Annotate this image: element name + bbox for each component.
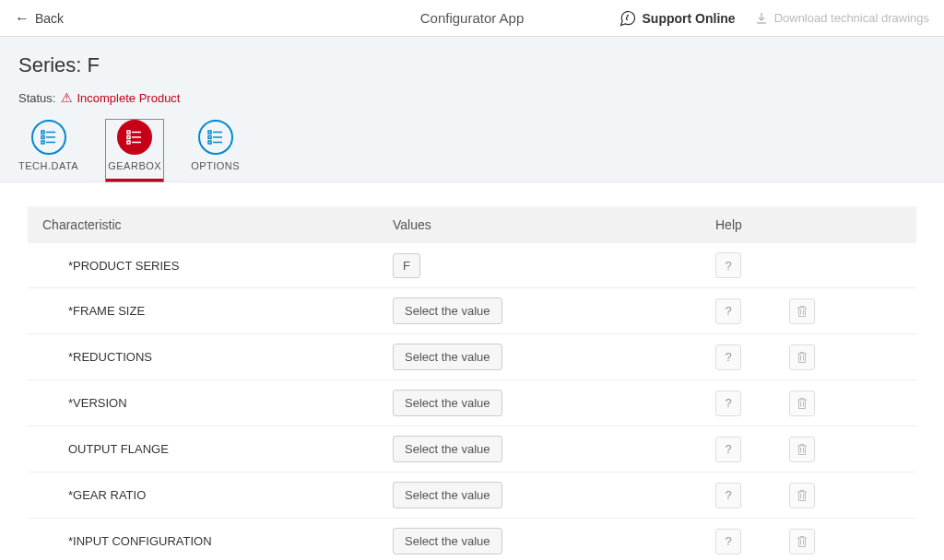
download-icon — [754, 11, 769, 26]
tab-options-label: OPTIONS — [191, 160, 240, 171]
svg-rect-9 — [127, 136, 130, 139]
status-text: Incomplete Product — [77, 91, 180, 105]
svg-rect-15 — [208, 136, 211, 139]
warning-icon: ⚠ — [61, 90, 73, 105]
list-icon — [207, 129, 224, 146]
svg-rect-7 — [127, 131, 130, 134]
trash-icon — [796, 443, 808, 456]
value-select-button[interactable]: F — [393, 253, 420, 278]
col-header-characteristic: Characteristic — [42, 217, 393, 232]
tab-options[interactable]: OPTIONS — [191, 120, 240, 181]
value-select-button[interactable]: Select the value — [393, 344, 502, 370]
table-row: *REDUCTIONSSelect the value? — [28, 334, 916, 380]
trash-icon — [796, 305, 808, 318]
value-select-button[interactable]: Select the value — [393, 436, 502, 462]
download-button[interactable]: Download technical drawings — [754, 11, 929, 26]
back-label: Back — [35, 11, 64, 26]
value-select-button[interactable]: Select the value — [393, 528, 502, 554]
support-icon — [619, 9, 637, 28]
table-row: *FRAME SIZESelect the value? — [28, 288, 916, 334]
svg-rect-1 — [41, 131, 44, 134]
characteristic-name: *INPUT CONFIGURATION — [42, 534, 393, 548]
help-button[interactable]: ? — [715, 298, 741, 324]
help-button[interactable]: ? — [715, 529, 741, 554]
svg-rect-3 — [41, 136, 44, 139]
delete-button[interactable] — [789, 483, 815, 508]
tab-gearbox[interactable]: GEARBOX — [106, 120, 163, 181]
tab-techdata-label: TECH.DATA — [18, 160, 78, 171]
list-icon — [126, 129, 143, 146]
svg-rect-17 — [208, 141, 211, 144]
delete-button[interactable] — [789, 437, 815, 462]
help-button[interactable]: ? — [715, 483, 741, 508]
characteristic-name: *FRAME SIZE — [42, 304, 393, 318]
characteristic-name: OUTPUT FLANGE — [42, 442, 393, 456]
svg-rect-13 — [208, 131, 211, 134]
table-row: OUTPUT FLANGESelect the value? — [28, 426, 916, 472]
trash-icon — [796, 397, 808, 410]
value-select-button[interactable]: Select the value — [393, 390, 502, 416]
table-row: *INPUT CONFIGURATIONSelect the value? — [28, 519, 916, 560]
trash-icon — [796, 489, 808, 502]
svg-rect-11 — [127, 141, 130, 144]
help-button[interactable]: ? — [715, 344, 741, 370]
characteristic-name: *GEAR RATIO — [42, 488, 393, 502]
status-label: Status: — [18, 91, 55, 105]
col-header-values: Values — [393, 217, 715, 232]
status-value: ⚠ Incomplete Product — [61, 90, 180, 105]
delete-button[interactable] — [789, 529, 815, 554]
list-icon — [41, 129, 57, 146]
tab-gearbox-label: GEARBOX — [108, 160, 161, 171]
back-button[interactable]: ← Back — [15, 10, 64, 27]
delete-button[interactable] — [789, 298, 815, 324]
tab-options-circle — [198, 120, 233, 155]
value-select-button[interactable]: Select the value — [393, 482, 502, 508]
trash-icon — [796, 535, 808, 548]
table-row: *PRODUCT SERIESF? — [28, 243, 916, 288]
app-title: Configurator App — [420, 10, 525, 26]
help-button[interactable]: ? — [715, 252, 741, 278]
svg-point-0 — [627, 15, 628, 16]
col-header-help: Help — [715, 217, 789, 232]
svg-rect-5 — [41, 141, 44, 144]
tab-techdata[interactable]: TECH.DATA — [18, 120, 78, 181]
back-arrow-icon: ← — [15, 10, 30, 27]
help-button[interactable]: ? — [715, 391, 741, 416]
tab-techdata-circle — [31, 120, 66, 155]
support-label: Support Online — [643, 11, 736, 26]
delete-button[interactable] — [789, 344, 815, 370]
delete-button[interactable] — [789, 391, 815, 416]
trash-icon — [796, 351, 808, 364]
download-label: Download technical drawings — [774, 11, 929, 25]
tab-gearbox-circle — [117, 120, 152, 155]
value-select-button[interactable]: Select the value — [393, 298, 502, 324]
characteristic-name: *VERSION — [42, 396, 393, 410]
characteristic-name: *PRODUCT SERIES — [42, 259, 393, 273]
page-title: Series: F — [18, 53, 926, 77]
help-button[interactable]: ? — [715, 437, 741, 462]
table-row: *GEAR RATIOSelect the value? — [28, 472, 916, 519]
characteristic-name: *REDUCTIONS — [42, 350, 393, 364]
table-row: *VERSIONSelect the value? — [28, 380, 916, 426]
support-button[interactable]: Support Online — [619, 9, 736, 28]
